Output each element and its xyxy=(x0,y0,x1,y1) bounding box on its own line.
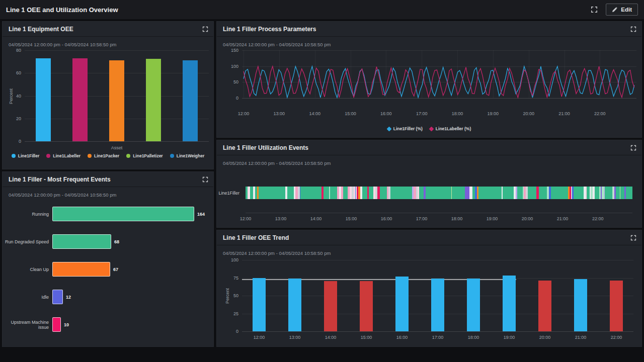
panel-title[interactable]: Line 1 Filler OEE Trend xyxy=(223,234,289,241)
time-range-label: 04/05/2024 12:00:00 pm - 04/05/2024 10:5… xyxy=(9,192,116,198)
x-tick-label: 13:00 xyxy=(289,335,301,340)
process-parameters-plot: 050100150 xyxy=(242,50,636,99)
timeline-segment xyxy=(558,187,562,199)
legend-item-line1palletizer[interactable]: Line1Palletizer xyxy=(126,153,163,158)
x-tick-label: 19:00 xyxy=(487,216,498,221)
legend-label: Line1Palletizer xyxy=(133,153,163,158)
panel-title[interactable]: Line 1 Filler - Most Frequent Events xyxy=(9,176,111,183)
timeline-segment xyxy=(274,187,280,199)
timeline-segment xyxy=(445,187,452,199)
event-label: Upstream Machine issue xyxy=(3,320,52,330)
y-tick-label: 50 xyxy=(233,293,238,298)
timeline-segment xyxy=(287,187,294,199)
bar-line1weigher xyxy=(183,60,198,141)
expand-icon[interactable] xyxy=(202,176,208,183)
timeline-segment xyxy=(507,187,514,199)
x-tick-label: 17:00 xyxy=(416,216,428,221)
bar-line1filler xyxy=(36,58,51,141)
most-frequent-events-chart: Running164Run Degraded Speed68Clean Up67… xyxy=(3,200,213,346)
panel-title[interactable]: Line 1 Filler Process Parameters xyxy=(223,26,316,33)
legend-item-line1packer[interactable]: Line1Packer xyxy=(88,153,119,158)
x-tick-label: 14:00 xyxy=(309,111,320,116)
edit-button[interactable]: Edit xyxy=(606,4,638,16)
y-axis-label: Percent xyxy=(225,260,230,332)
legend-item-line1weigher[interactable]: Line1Weigher xyxy=(170,153,205,158)
legend-item-line1filler[interactable]: Line1Filler xyxy=(12,153,40,158)
timeline-segment xyxy=(616,187,620,199)
event-bar xyxy=(52,290,63,304)
bar-value-label: 164 xyxy=(197,212,205,217)
equipment-oee-chart: 020406080PercentAssetLine1FillerLine1Lab… xyxy=(3,50,213,169)
timeline-segment xyxy=(343,187,348,199)
timeline-segment xyxy=(626,187,630,199)
time-range-label: 04/05/2024 12:00:00 pm - 04/05/2024 10:5… xyxy=(223,42,331,47)
legend-color-dot xyxy=(88,154,92,158)
trend-bar-18-00 xyxy=(467,279,480,331)
timeline-segment xyxy=(541,187,547,199)
x-tick-label: 12:00 xyxy=(240,216,252,221)
timeline-segment xyxy=(478,187,485,199)
x-axis-ticks: 12:0013:0014:0015:0016:0017:0018:0019:00… xyxy=(242,111,636,117)
timeline-segment xyxy=(397,187,402,199)
timeline-segment xyxy=(324,187,327,199)
timeline-segment xyxy=(305,187,311,199)
y-tick-label: 60 xyxy=(16,70,21,75)
timeline-segment xyxy=(456,187,461,199)
timeline-segment xyxy=(262,187,267,199)
y-tick-label: 0 xyxy=(236,96,238,101)
fullscreen-icon[interactable] xyxy=(591,6,598,13)
y-tick-label: 75 xyxy=(233,276,238,281)
event-row-idle: Idle12 xyxy=(3,283,213,311)
expand-icon[interactable] xyxy=(630,26,636,32)
pencil-icon xyxy=(612,7,617,13)
panel-header: Line 1 Filler Process Parameters xyxy=(217,22,641,37)
y-tick-label: 20 xyxy=(16,116,21,121)
y-tick-label: 0 xyxy=(19,139,21,144)
legend-label: Line1Labeller xyxy=(53,153,80,158)
y-axis-label: Percent xyxy=(9,50,14,142)
x-tick-label: 16:00 xyxy=(396,335,408,340)
timeline-segment xyxy=(605,187,610,199)
panel-most-frequent-events: Line 1 Filler - Most Frequent Events 04/… xyxy=(2,171,214,347)
trend-bar-14-00 xyxy=(324,281,337,331)
trend-bar-19-00 xyxy=(503,276,516,331)
x-tick-label: 20:00 xyxy=(522,216,533,221)
legend-item-line1labeller-%[interactable]: Line1Labeller (%) xyxy=(430,126,471,131)
legend: Line1Filler (%)Line1Labeller (%) xyxy=(217,126,641,131)
timeline-segment xyxy=(620,187,624,199)
timeline-segment xyxy=(311,187,315,199)
trend-bar-22-00 xyxy=(610,281,623,331)
y-tick-label: 25 xyxy=(233,311,238,316)
timeline-segment xyxy=(517,187,523,199)
timeline-segment xyxy=(562,187,568,199)
event-bars: Running164Run Degraded Speed68Clean Up67… xyxy=(3,200,213,338)
panel-title[interactable]: Line 1 Filler Utilization Events xyxy=(223,144,308,151)
oee-trend-plot: 0255075100 xyxy=(242,260,633,332)
panel-header: Line 1 Equipment OEE xyxy=(3,22,213,37)
x-axis-ticks: 12:0013:0014:0015:0016:0017:0018:0019:00… xyxy=(246,216,632,222)
timeline-segment xyxy=(362,187,367,199)
expand-icon[interactable] xyxy=(630,145,636,151)
line-series-svg xyxy=(242,50,636,99)
bar-value-label: 68 xyxy=(114,239,119,244)
timeline-segment xyxy=(419,187,424,199)
timeline-segment xyxy=(630,187,632,199)
trend-bar-13-00 xyxy=(288,279,301,331)
legend-item-line1labeller[interactable]: Line1Labeller xyxy=(46,153,80,158)
expand-icon[interactable] xyxy=(630,235,636,241)
state-timeline-row xyxy=(246,187,632,199)
timeline-segment xyxy=(461,187,465,199)
event-bar xyxy=(52,207,194,221)
time-range-label: 04/05/2024 12:00:00 pm - 04/05/2024 10:5… xyxy=(223,160,331,166)
bar-value-label: 12 xyxy=(66,295,71,300)
x-tick-label: 14:00 xyxy=(310,216,322,221)
panel-title[interactable]: Line 1 Equipment OEE xyxy=(9,26,73,33)
expand-icon[interactable] xyxy=(202,26,208,32)
timeline-segment xyxy=(315,187,321,199)
y-tick-label: 150 xyxy=(231,48,238,53)
legend-item-line1filler-%[interactable]: Line1Filler (%) xyxy=(387,126,423,131)
timeline-segment xyxy=(431,187,435,199)
panel-oee-trend: Line 1 Filler OEE Trend 04/05/2024 12:00… xyxy=(216,230,642,347)
x-axis-ticks: 12:0013:0014:0015:0016:0017:0018:0019:00… xyxy=(242,335,633,341)
timeline-segment xyxy=(495,187,502,199)
